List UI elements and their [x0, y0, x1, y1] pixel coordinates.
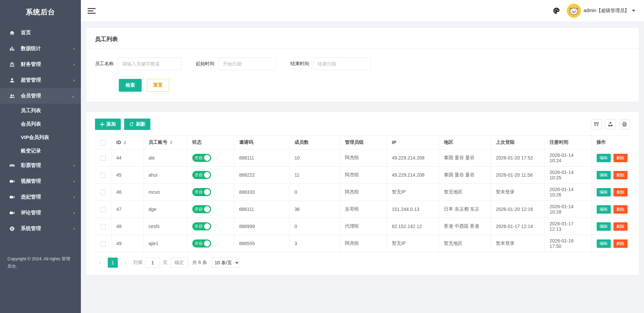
user-menu[interactable]: admin【超级管理员】	[567, 4, 635, 18]
status-toggle[interactable]: 开启	[192, 239, 211, 248]
edit-button[interactable]: 编辑	[597, 171, 611, 179]
sidebar-item-7[interactable]: 选妃管理›	[0, 189, 81, 205]
hamburger-menu-icon[interactable]	[88, 7, 96, 15]
cell-reg-time: 2026-01-14 10:25	[544, 167, 591, 184]
cell-ip: 暂无IP	[387, 235, 439, 252]
cell-ip: 151.244.0.13	[387, 201, 439, 218]
chart-icon	[9, 45, 15, 52]
cell-ip: 49.229.214.208	[387, 149, 439, 167]
edit-button[interactable]: 编辑	[597, 205, 611, 214]
page-size-select[interactable]: 10 条/页	[211, 258, 240, 268]
sidebar-subitem[interactable]: 账变记录	[0, 144, 81, 158]
sidebar-subitem[interactable]: VIP会员列表	[0, 131, 81, 144]
row-checkbox[interactable]	[100, 241, 106, 247]
edit-button[interactable]: 编辑	[597, 222, 611, 231]
cell-last-login: 2026-01-20 11:58	[491, 167, 544, 184]
print-icon[interactable]	[619, 119, 630, 129]
col-members: 成员数	[289, 136, 340, 149]
status-toggle[interactable]: 开启	[192, 171, 211, 179]
sidebar-item-3[interactable]: 超管管理›	[0, 72, 81, 88]
cell-id: 48	[111, 218, 143, 235]
prev-page-icon[interactable]: ‹	[95, 258, 105, 268]
theme-palette-icon[interactable]	[552, 6, 561, 15]
user-icon	[9, 77, 15, 84]
chevron-right-icon: ›	[73, 46, 75, 51]
goto-confirm-button[interactable]: 确定	[170, 258, 188, 268]
table-row: 47 dge 开启 666111 36 东哥组 151.244.0.13 日本 …	[95, 201, 630, 218]
delete-button[interactable]: 删除	[613, 171, 628, 179]
row-checkbox[interactable]	[100, 207, 106, 212]
sidebar-item-8[interactable]: 评论管理›	[0, 205, 81, 221]
row-checkbox[interactable]	[100, 155, 106, 161]
chevron-right-icon: ›	[73, 62, 75, 67]
edit-button[interactable]: 编辑	[597, 239, 611, 248]
avatar	[567, 4, 581, 18]
sidebar-item-4[interactable]: 会员管理⌄	[0, 88, 81, 104]
add-button[interactable]: 添加	[95, 119, 121, 130]
sidebar-item-1[interactable]: 数据统计›	[0, 41, 81, 56]
cell-invite-code: 888555	[234, 235, 289, 252]
topbar: admin【超级管理员】	[81, 0, 644, 21]
sidebar-item-home[interactable]: 首页	[0, 25, 81, 41]
sidebar-subitem[interactable]: 会员列表	[0, 117, 81, 131]
col-account[interactable]: 员工账号	[143, 136, 187, 149]
status-toggle[interactable]: 开启	[192, 188, 211, 196]
content: 员工列表 员工名称 起始时间 结束时间	[81, 21, 644, 313]
export-icon[interactable]	[605, 119, 616, 129]
sidebar-subitem[interactable]: 员工列表	[0, 104, 81, 117]
sort-icon[interactable]	[123, 141, 126, 145]
employee-name-input[interactable]	[118, 57, 182, 70]
cell-member-count: 36	[289, 201, 340, 218]
sidebar-item-6[interactable]: 视频管理›	[0, 173, 81, 189]
delete-button[interactable]: 删除	[613, 222, 628, 231]
cell-id: 47	[111, 201, 143, 218]
status-toggle[interactable]: 开启	[192, 222, 211, 230]
delete-button[interactable]: 删除	[613, 239, 628, 248]
goto-page-input[interactable]	[145, 258, 160, 268]
edit-button[interactable]: 编辑	[597, 154, 611, 162]
home-icon	[9, 30, 15, 36]
chevron-right-icon: ›	[73, 195, 75, 199]
status-toggle[interactable]: 开启	[192, 205, 211, 213]
cell-ip: 暂无IP	[387, 184, 439, 201]
status-toggle[interactable]: 开启	[192, 154, 211, 162]
cell-ip: 82.152.142.12	[387, 218, 439, 235]
col-id[interactable]: ID	[111, 136, 143, 149]
cell-invite-code: 888333	[234, 184, 289, 201]
next-page-icon[interactable]: ›	[120, 258, 131, 268]
page-number-active[interactable]: 1	[108, 258, 118, 268]
reset-button[interactable]: 重置	[147, 79, 169, 92]
columns-filter-icon[interactable]	[591, 119, 602, 129]
sidebar-item-9[interactable]: 系统管理›	[0, 221, 81, 236]
end-date-input[interactable]	[313, 57, 371, 70]
col-status: 状态	[187, 136, 234, 149]
sidebar-item-5[interactable]: 彩票管理›	[0, 158, 81, 173]
sidebar-item-label: 评论管理	[21, 210, 73, 216]
row-checkbox[interactable]	[100, 173, 106, 178]
edit-button[interactable]: 编辑	[597, 188, 611, 196]
cell-admin-group: 阿杰组	[340, 167, 387, 184]
sidebar-item-2[interactable]: 财务管理›	[0, 56, 81, 72]
chevron-right-icon: ›	[73, 226, 75, 231]
refresh-button[interactable]: 刷新	[124, 119, 150, 130]
username-label: admin【超级管理员】	[584, 8, 629, 14]
sort-icon[interactable]	[170, 140, 172, 144]
bank-icon	[9, 61, 15, 68]
table-row: 49 ajie1 开启 888555 3 阿杰组 暂无IP 暂无地区 暂未登录 …	[95, 235, 630, 252]
delete-button[interactable]: 删除	[613, 154, 628, 162]
copyright-text: Copyright © 2024. All rights 管理后台.	[0, 255, 81, 270]
search-button[interactable]: 检索	[119, 79, 142, 92]
cell-invite-code: 888999	[234, 218, 289, 235]
cell-id: 44	[111, 149, 143, 167]
cell-account: ceshi	[143, 218, 187, 235]
plus-icon	[100, 122, 104, 127]
row-checkbox[interactable]	[100, 190, 106, 195]
chevron-down-icon: ⌄	[71, 94, 75, 98]
select-all-checkbox[interactable]	[100, 140, 106, 145]
cell-account: mcun	[143, 184, 187, 201]
row-checkbox[interactable]	[100, 224, 106, 229]
delete-button[interactable]: 删除	[613, 205, 628, 214]
delete-button[interactable]: 删除	[613, 188, 628, 196]
chevron-right-icon: ›	[73, 78, 75, 83]
start-date-input[interactable]	[218, 57, 276, 70]
